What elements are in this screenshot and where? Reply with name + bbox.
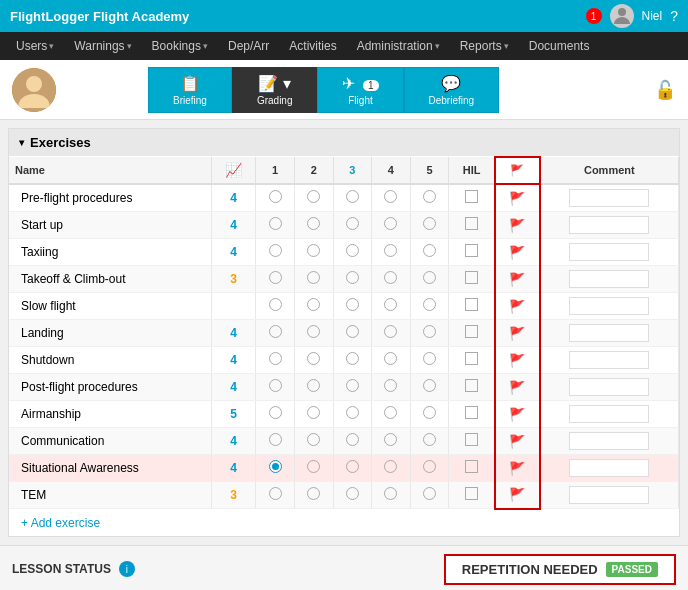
radio-col-3[interactable] bbox=[333, 184, 372, 212]
radio-col-2[interactable] bbox=[294, 428, 333, 455]
radio-col-4[interactable] bbox=[372, 401, 411, 428]
radio-5[interactable] bbox=[423, 190, 436, 203]
flag-icon[interactable]: 🚩 bbox=[509, 326, 525, 341]
flag-cell[interactable]: 🚩 bbox=[495, 455, 540, 482]
radio-col-4[interactable] bbox=[372, 428, 411, 455]
radio-4[interactable] bbox=[384, 244, 397, 257]
comment-cell[interactable] bbox=[540, 212, 679, 239]
radio-3[interactable] bbox=[346, 352, 359, 365]
radio-col-4[interactable] bbox=[372, 266, 411, 293]
radio-col-3[interactable] bbox=[333, 320, 372, 347]
radio-col-4[interactable] bbox=[372, 455, 411, 482]
radio-3[interactable] bbox=[346, 379, 359, 392]
hil-checkbox-cell[interactable] bbox=[449, 428, 495, 455]
radio-1[interactable] bbox=[269, 217, 282, 230]
exercise-score[interactable]: 4 bbox=[211, 184, 256, 212]
radio-col-4[interactable] bbox=[372, 212, 411, 239]
comment-input[interactable] bbox=[569, 270, 649, 288]
radio-5[interactable] bbox=[423, 271, 436, 284]
radio-5[interactable] bbox=[423, 433, 436, 446]
radio-1[interactable] bbox=[269, 298, 282, 311]
radio-col-1[interactable] bbox=[256, 347, 295, 374]
hil-checkbox[interactable] bbox=[465, 433, 478, 446]
radio-5[interactable] bbox=[423, 406, 436, 419]
radio-col-4[interactable] bbox=[372, 293, 411, 320]
nav-users[interactable]: Users ▾ bbox=[8, 32, 62, 60]
tab-debriefing[interactable]: 💬 Debriefing bbox=[404, 67, 500, 113]
exercise-score[interactable] bbox=[211, 293, 256, 320]
radio-col-4[interactable] bbox=[372, 347, 411, 374]
exercise-score[interactable]: 4 bbox=[211, 320, 256, 347]
comment-cell[interactable] bbox=[540, 374, 679, 401]
radio-5[interactable] bbox=[423, 217, 436, 230]
radio-5[interactable] bbox=[423, 487, 436, 500]
exercise-score[interactable]: 4 bbox=[211, 428, 256, 455]
radio-col-5[interactable] bbox=[410, 428, 449, 455]
radio-3[interactable] bbox=[346, 244, 359, 257]
radio-5[interactable] bbox=[423, 379, 436, 392]
flag-cell[interactable]: 🚩 bbox=[495, 320, 540, 347]
exercise-score[interactable]: 5 bbox=[211, 401, 256, 428]
radio-col-1[interactable] bbox=[256, 320, 295, 347]
tab-flight[interactable]: ✈ 1 Flight bbox=[317, 67, 403, 113]
radio-2[interactable] bbox=[307, 406, 320, 419]
flag-icon[interactable]: 🚩 bbox=[509, 487, 525, 502]
hil-checkbox[interactable] bbox=[465, 244, 478, 257]
flag-cell[interactable]: 🚩 bbox=[495, 212, 540, 239]
radio-col-5[interactable] bbox=[410, 293, 449, 320]
hil-checkbox[interactable] bbox=[465, 217, 478, 230]
radio-col-1[interactable] bbox=[256, 239, 295, 266]
lock-icon[interactable]: 🔓 bbox=[654, 79, 676, 101]
radio-2[interactable] bbox=[307, 379, 320, 392]
comment-cell[interactable] bbox=[540, 401, 679, 428]
tab-grading[interactable]: 📝 ▾ Grading bbox=[232, 67, 318, 113]
radio-5[interactable] bbox=[423, 244, 436, 257]
exercise-score[interactable]: 4 bbox=[211, 212, 256, 239]
radio-col-3[interactable] bbox=[333, 374, 372, 401]
radio-col-5[interactable] bbox=[410, 320, 449, 347]
exercise-score[interactable]: 4 bbox=[211, 374, 256, 401]
exercise-score[interactable]: 4 bbox=[211, 455, 256, 482]
nav-dep-arr[interactable]: Dep/Arr bbox=[220, 32, 277, 60]
radio-col-2[interactable] bbox=[294, 293, 333, 320]
nav-documents[interactable]: Documents bbox=[521, 32, 598, 60]
help-icon[interactable]: ? bbox=[670, 8, 678, 24]
flag-cell[interactable]: 🚩 bbox=[495, 401, 540, 428]
nav-reports[interactable]: Reports ▾ bbox=[452, 32, 517, 60]
hil-checkbox-cell[interactable] bbox=[449, 374, 495, 401]
comment-input[interactable] bbox=[569, 486, 649, 504]
radio-col-3[interactable] bbox=[333, 428, 372, 455]
nav-bookings[interactable]: Bookings ▾ bbox=[144, 32, 216, 60]
flag-icon[interactable]: 🚩 bbox=[509, 434, 525, 449]
comment-input[interactable] bbox=[569, 243, 649, 261]
comment-cell[interactable] bbox=[540, 320, 679, 347]
radio-2[interactable] bbox=[307, 325, 320, 338]
exercise-score[interactable]: 3 bbox=[211, 482, 256, 509]
flag-icon[interactable]: 🚩 bbox=[509, 461, 525, 476]
radio-col-2[interactable] bbox=[294, 184, 333, 212]
flag-cell[interactable]: 🚩 bbox=[495, 184, 540, 212]
radio-col-2[interactable] bbox=[294, 482, 333, 509]
radio-4[interactable] bbox=[384, 271, 397, 284]
radio-col-4[interactable] bbox=[372, 320, 411, 347]
radio-col-1[interactable] bbox=[256, 428, 295, 455]
flag-cell[interactable]: 🚩 bbox=[495, 293, 540, 320]
hil-checkbox-cell[interactable] bbox=[449, 266, 495, 293]
radio-1[interactable] bbox=[269, 379, 282, 392]
flag-icon[interactable]: 🚩 bbox=[509, 191, 525, 206]
radio-1[interactable] bbox=[269, 433, 282, 446]
radio-col-5[interactable] bbox=[410, 212, 449, 239]
comment-cell[interactable] bbox=[540, 347, 679, 374]
hil-checkbox[interactable] bbox=[465, 325, 478, 338]
radio-col-2[interactable] bbox=[294, 266, 333, 293]
radio-col-5[interactable] bbox=[410, 455, 449, 482]
flag-cell[interactable]: 🚩 bbox=[495, 239, 540, 266]
hil-checkbox-cell[interactable] bbox=[449, 347, 495, 374]
flag-icon[interactable]: 🚩 bbox=[509, 245, 525, 260]
comment-cell[interactable] bbox=[540, 455, 679, 482]
flag-icon[interactable]: 🚩 bbox=[509, 380, 525, 395]
radio-1[interactable] bbox=[269, 460, 282, 473]
radio-5[interactable] bbox=[423, 460, 436, 473]
radio-1[interactable] bbox=[269, 244, 282, 257]
hil-checkbox[interactable] bbox=[465, 487, 478, 500]
